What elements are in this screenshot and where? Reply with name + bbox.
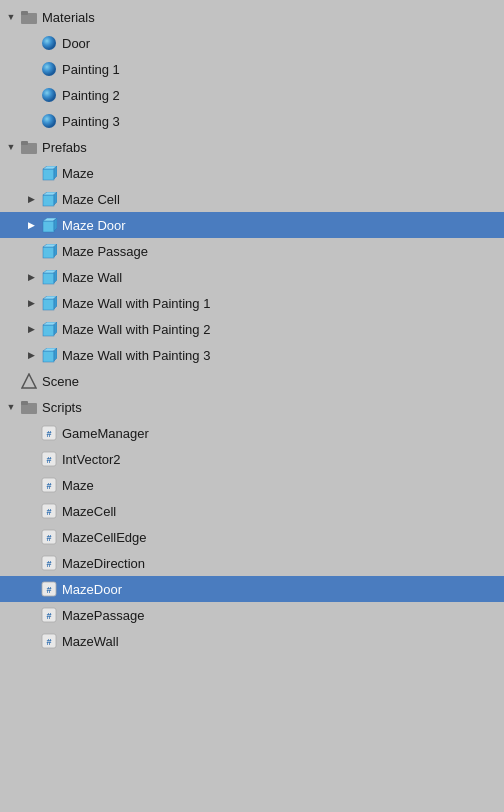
tree-item-scripts[interactable]: Scripts xyxy=(0,394,504,420)
tree-item-int-vector2[interactable]: # IntVector2 xyxy=(0,446,504,472)
arrow-scripts[interactable] xyxy=(4,400,18,414)
label-door-material: Door xyxy=(62,37,90,50)
icon-maze-passage xyxy=(40,242,58,260)
svg-rect-26 xyxy=(43,325,54,336)
tree-item-maze-script[interactable]: # Maze xyxy=(0,472,504,498)
svg-text:#: # xyxy=(46,507,51,517)
icon-maze-wall-script: # xyxy=(40,632,58,650)
icon-maze-direction: # xyxy=(40,554,58,572)
icon-int-vector2: # xyxy=(40,450,58,468)
tree-item-game-manager[interactable]: # GameManager xyxy=(0,420,504,446)
tree-item-painting1-material[interactable]: Painting 1 xyxy=(0,56,504,82)
svg-text:#: # xyxy=(46,533,51,543)
svg-point-5 xyxy=(42,114,56,128)
icon-maze-wall-painting1 xyxy=(40,294,58,312)
label-maze-door-script: MazeDoor xyxy=(62,583,122,596)
svg-rect-7 xyxy=(21,141,28,145)
svg-text:#: # xyxy=(46,429,51,439)
arrow-maze-wall[interactable] xyxy=(24,270,38,284)
tree-item-maze-wall[interactable]: Maze Wall xyxy=(0,264,504,290)
icon-maze-door-script: # xyxy=(40,580,58,598)
label-scene: Scene xyxy=(42,375,79,388)
icon-maze-cell-script: # xyxy=(40,502,58,520)
tree-item-maze-cell[interactable]: Maze Cell xyxy=(0,186,504,212)
arrow-maze-wall-painting2[interactable] xyxy=(24,322,38,336)
icon-painting2-material xyxy=(40,86,58,104)
svg-text:#: # xyxy=(46,585,51,595)
tree-item-scene[interactable]: Scene xyxy=(0,368,504,394)
label-maze-door: Maze Door xyxy=(62,219,126,232)
tree-item-maze-wall-script[interactable]: # MazeWall xyxy=(0,628,504,654)
svg-rect-29 xyxy=(43,351,54,362)
label-maze-wall-painting1: Maze Wall with Painting 1 xyxy=(62,297,210,310)
icon-maze xyxy=(40,164,58,182)
svg-rect-20 xyxy=(43,273,54,284)
svg-rect-23 xyxy=(43,299,54,310)
tree-item-maze-wall-painting3[interactable]: Maze Wall with Painting 3 xyxy=(0,342,504,368)
tree-item-maze-door-script[interactable]: # MazeDoor xyxy=(0,576,504,602)
svg-point-3 xyxy=(42,62,56,76)
svg-text:#: # xyxy=(46,637,51,647)
tree-item-maze-wall-painting1[interactable]: Maze Wall with Painting 1 xyxy=(0,290,504,316)
label-game-manager: GameManager xyxy=(62,427,149,440)
icon-materials xyxy=(20,8,38,26)
svg-text:#: # xyxy=(46,611,51,621)
svg-point-2 xyxy=(42,36,56,50)
icon-maze-cell-edge: # xyxy=(40,528,58,546)
arrow-maze-door[interactable] xyxy=(24,218,38,232)
label-maze-passage-script: MazePassage xyxy=(62,609,144,622)
label-scripts: Scripts xyxy=(42,401,82,414)
icon-scene xyxy=(20,372,38,390)
svg-marker-32 xyxy=(22,374,36,388)
icon-painting3-material xyxy=(40,112,58,130)
svg-rect-34 xyxy=(21,401,28,405)
tree-item-door-material[interactable]: Door xyxy=(0,30,504,56)
label-maze-wall: Maze Wall xyxy=(62,271,122,284)
label-materials: Materials xyxy=(42,11,95,24)
arrow-maze-wall-painting3[interactable] xyxy=(24,348,38,362)
tree-item-materials[interactable]: Materials xyxy=(0,4,504,30)
arrow-prefabs[interactable] xyxy=(4,140,18,154)
tree-item-maze-passage-script[interactable]: # MazePassage xyxy=(0,602,504,628)
label-painting1-material: Painting 1 xyxy=(62,63,120,76)
icon-prefabs xyxy=(20,138,38,156)
tree-item-maze-cell-script[interactable]: # MazeCell xyxy=(0,498,504,524)
icon-scripts xyxy=(20,398,38,416)
label-int-vector2: IntVector2 xyxy=(62,453,121,466)
svg-rect-8 xyxy=(43,169,54,180)
tree-item-maze-cell-edge[interactable]: # MazeCellEdge xyxy=(0,524,504,550)
svg-rect-1 xyxy=(21,11,28,15)
tree-item-maze-direction[interactable]: # MazeDirection xyxy=(0,550,504,576)
project-tree: Materials Door Painting 1 xyxy=(0,0,504,658)
label-maze-wall-painting3: Maze Wall with Painting 3 xyxy=(62,349,210,362)
icon-door-material xyxy=(40,34,58,52)
tree-item-maze-passage[interactable]: Maze Passage xyxy=(0,238,504,264)
label-painting3-material: Painting 3 xyxy=(62,115,120,128)
svg-text:#: # xyxy=(46,455,51,465)
label-maze-passage: Maze Passage xyxy=(62,245,148,258)
tree-item-maze-door[interactable]: Maze Door xyxy=(0,212,504,238)
icon-maze-cell xyxy=(40,190,58,208)
svg-text:#: # xyxy=(46,559,51,569)
icon-painting1-material xyxy=(40,60,58,78)
tree-item-prefabs[interactable]: Prefabs xyxy=(0,134,504,160)
tree-item-maze-wall-painting2[interactable]: Maze Wall with Painting 2 xyxy=(0,316,504,342)
label-prefabs: Prefabs xyxy=(42,141,87,154)
label-maze-cell-edge: MazeCellEdge xyxy=(62,531,147,544)
icon-maze-wall-painting3 xyxy=(40,346,58,364)
tree-item-painting2-material[interactable]: Painting 2 xyxy=(0,82,504,108)
tree-item-maze[interactable]: Maze xyxy=(0,160,504,186)
icon-maze-script: # xyxy=(40,476,58,494)
tree-item-painting3-material[interactable]: Painting 3 xyxy=(0,108,504,134)
icon-game-manager: # xyxy=(40,424,58,442)
svg-rect-14 xyxy=(43,221,54,232)
label-maze-wall-painting2: Maze Wall with Painting 2 xyxy=(62,323,210,336)
label-maze: Maze xyxy=(62,167,94,180)
label-maze-script: Maze xyxy=(62,479,94,492)
label-maze-cell: Maze Cell xyxy=(62,193,120,206)
arrow-materials[interactable] xyxy=(4,10,18,24)
arrow-maze-cell[interactable] xyxy=(24,192,38,206)
arrow-maze-wall-painting1[interactable] xyxy=(24,296,38,310)
label-painting2-material: Painting 2 xyxy=(62,89,120,102)
icon-maze-wall xyxy=(40,268,58,286)
